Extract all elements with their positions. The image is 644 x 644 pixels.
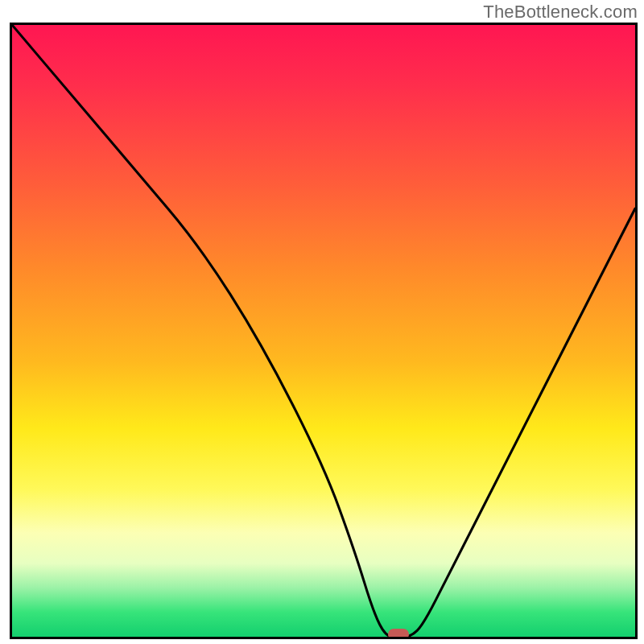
bottleneck-curve	[12, 25, 635, 637]
plot-frame	[10, 23, 638, 639]
watermark-label: TheBottleneck.com	[483, 2, 638, 23]
chart-canvas: TheBottleneck.com	[0, 0, 644, 644]
optimum-marker	[388, 629, 409, 639]
